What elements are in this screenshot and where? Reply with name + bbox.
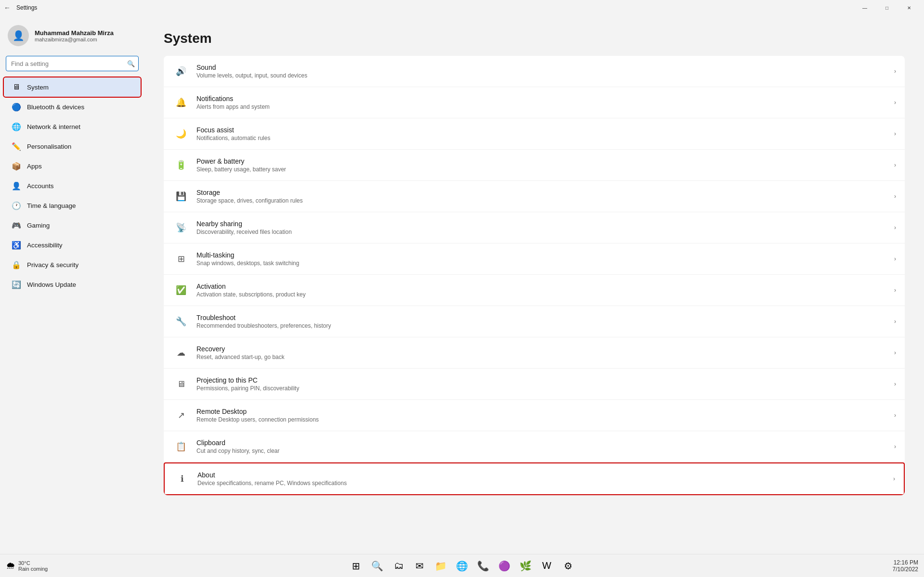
app1-icon[interactable]: 🟣 — [496, 557, 513, 575]
weather-info: 30°C Rain coming — [18, 560, 48, 572]
setting-item-storage[interactable]: 💾 Storage Storage space, drives, configu… — [164, 181, 905, 212]
minimize-button[interactable]: — — [854, 0, 876, 15]
setting-text-sound: Sound Volume levels, output, input, soun… — [196, 64, 890, 79]
setting-desc-power: Sleep, battery usage, battery saver — [196, 166, 890, 173]
sidebar-item-personalisation[interactable]: ✏️ Personalisation — [4, 137, 141, 156]
explorer-icon[interactable]: 📁 — [432, 557, 450, 575]
nav-label-apps: Apps — [27, 163, 42, 170]
setting-text-activation: Activation Activation state, subscriptio… — [196, 282, 890, 298]
setting-item-nearby[interactable]: 📡 Nearby sharing Discoverability, receiv… — [164, 212, 905, 244]
nav-icon-accessibility: ♿ — [12, 240, 21, 250]
setting-text-recovery: Recovery Reset, advanced start-up, go ba… — [196, 345, 890, 360]
nav-icon-system: 🖥 — [12, 82, 21, 92]
setting-text-multitasking: Multi-tasking Snap windows, desktops, ta… — [196, 251, 890, 267]
nav-label-bluetooth: Bluetooth & devices — [27, 103, 84, 111]
search-icon[interactable]: 🔍 — [369, 557, 386, 575]
taskbar: 🌧 30°C Rain coming ⊞🔍🗂✉📁🌐📞🟣🌿W⚙ 12:16 PM … — [0, 554, 924, 577]
setting-desc-focus: Notifications, automatic rules — [196, 135, 890, 141]
setting-item-sound[interactable]: 🔊 Sound Volume levels, output, input, so… — [164, 56, 905, 87]
setting-icon-notifications: 🔔 — [172, 94, 190, 111]
setting-text-remote: Remote Desktop Remote Desktop users, con… — [196, 408, 890, 423]
chevron-icon-clipboard: › — [894, 443, 896, 450]
setting-name-activation: Activation — [196, 282, 890, 290]
search-box[interactable]: 🔍 — [6, 56, 139, 71]
setting-desc-remote: Remote Desktop users, connection permiss… — [196, 416, 890, 423]
nav-label-time: Time & language — [27, 202, 76, 209]
taskbar-center: ⊞🔍🗂✉📁🌐📞🟣🌿W⚙ — [348, 557, 577, 575]
setting-name-clipboard: Clipboard — [196, 439, 890, 447]
setting-name-recovery: Recovery — [196, 345, 890, 353]
setting-icon-multitasking: ⊞ — [172, 250, 190, 268]
user-profile[interactable]: 👤 Muhammad Mahzaib Mirza mahzaibmirza@gm… — [0, 19, 144, 56]
weather-icon: 🌧 — [6, 560, 15, 571]
setting-icon-nearby: 📡 — [172, 219, 190, 236]
title-bar-left: ← Settings — [4, 4, 37, 12]
sidebar-item-update[interactable]: 🔄 Windows Update — [4, 275, 141, 294]
sidebar-item-gaming[interactable]: 🎮 Gaming — [4, 216, 141, 235]
nav-label-gaming: Gaming — [27, 222, 50, 229]
chevron-icon-troubleshoot: › — [894, 318, 896, 325]
chevron-icon-multitasking: › — [894, 256, 896, 262]
windows-icon[interactable]: ⊞ — [348, 557, 365, 575]
setting-desc-troubleshoot: Recommended troubleshooters, preferences… — [196, 322, 890, 329]
chevron-icon-activation: › — [894, 287, 896, 294]
setting-item-projecting[interactable]: 🖥 Projecting to this PC Permissions, pai… — [164, 369, 905, 400]
clock-date: 7/10/2022 — [893, 566, 918, 573]
setting-desc-sound: Volume levels, output, input, sound devi… — [196, 72, 890, 79]
setting-item-activation[interactable]: ✅ Activation Activation state, subscript… — [164, 275, 905, 306]
back-icon[interactable]: ← — [4, 4, 11, 12]
setting-item-clipboard[interactable]: 📋 Clipboard Cut and copy history, sync, … — [164, 431, 905, 462]
sidebar: 👤 Muhammad Mahzaib Mirza mahzaibmirza@gm… — [0, 15, 144, 554]
setting-item-remote[interactable]: ↗ Remote Desktop Remote Desktop users, c… — [164, 400, 905, 431]
maximize-button[interactable]: □ — [876, 0, 898, 15]
setting-item-power[interactable]: 🔋 Power & battery Sleep, battery usage, … — [164, 150, 905, 181]
sidebar-item-time[interactable]: 🕐 Time & language — [4, 196, 141, 215]
sidebar-item-system[interactable]: 🖥 System — [4, 77, 141, 97]
chevron-icon-recovery: › — [894, 349, 896, 356]
setting-item-focus[interactable]: 🌙 Focus assist Notifications, automatic … — [164, 118, 905, 150]
sidebar-item-bluetooth[interactable]: 🔵 Bluetooth & devices — [4, 97, 141, 116]
avatar: 👤 — [8, 25, 29, 46]
setting-desc-clipboard: Cut and copy history, sync, clear — [196, 448, 890, 454]
setting-name-multitasking: Multi-tasking — [196, 251, 890, 259]
setting-desc-nearby: Discoverability, received files location — [196, 229, 890, 235]
setting-text-troubleshoot: Troubleshoot Recommended troubleshooters… — [196, 314, 890, 329]
chevron-icon-remote: › — [894, 412, 896, 419]
chevron-icon-storage: › — [894, 193, 896, 200]
nav-label-accessibility: Accessibility — [27, 242, 63, 249]
setting-text-nearby: Nearby sharing Discoverability, received… — [196, 220, 890, 235]
browser-icon[interactable]: 🌐 — [454, 557, 471, 575]
setting-item-about[interactable]: ℹ About Device specifications, rename PC… — [164, 462, 905, 495]
sidebar-item-privacy[interactable]: 🔒 Privacy & security — [4, 255, 141, 274]
nav-label-network: Network & internet — [27, 123, 80, 130]
sidebar-item-accessibility[interactable]: ♿ Accessibility — [4, 235, 141, 255]
setting-name-focus: Focus assist — [196, 126, 890, 134]
search-icon: 🔍 — [127, 60, 135, 67]
app2-icon[interactable]: 🌿 — [517, 557, 534, 575]
setting-text-power: Power & battery Sleep, battery usage, ba… — [196, 157, 890, 173]
setting-item-notifications[interactable]: 🔔 Notifications Alerts from apps and sys… — [164, 87, 905, 118]
sidebar-item-network[interactable]: 🌐 Network & internet — [4, 117, 141, 136]
settings-icon[interactable]: ⚙ — [560, 557, 577, 575]
mail-icon[interactable]: ✉ — [411, 557, 429, 575]
setting-desc-projecting: Permissions, pairing PIN, discoverabilit… — [196, 385, 890, 392]
setting-item-recovery[interactable]: ☁ Recovery Reset, advanced start-up, go … — [164, 337, 905, 369]
search-input[interactable] — [6, 56, 139, 71]
sidebar-item-apps[interactable]: 📦 Apps — [4, 156, 141, 176]
phone-icon[interactable]: 📞 — [475, 557, 492, 575]
nav-label-privacy: Privacy & security — [27, 261, 78, 269]
taskbar-left: 🌧 30°C Rain coming — [6, 560, 48, 572]
weather-condition: Rain coming — [18, 566, 48, 572]
setting-icon-storage: 💾 — [172, 188, 190, 205]
content-area: 👤 Muhammad Mahzaib Mirza mahzaibmirza@gm… — [0, 15, 924, 554]
clock-time: 12:16 PM — [894, 559, 918, 566]
nav-icon-bluetooth: 🔵 — [12, 102, 21, 112]
word-icon[interactable]: W — [538, 557, 556, 575]
setting-desc-multitasking: Snap windows, desktops, task switching — [196, 260, 890, 267]
sidebar-item-accounts[interactable]: 👤 Accounts — [4, 176, 141, 195]
task-view-icon[interactable]: 🗂 — [390, 557, 407, 575]
setting-item-troubleshoot[interactable]: 🔧 Troubleshoot Recommended troubleshoote… — [164, 306, 905, 337]
setting-item-multitasking[interactable]: ⊞ Multi-tasking Snap windows, desktops, … — [164, 244, 905, 275]
page-title: System — [164, 31, 905, 46]
close-button[interactable]: ✕ — [898, 0, 920, 15]
